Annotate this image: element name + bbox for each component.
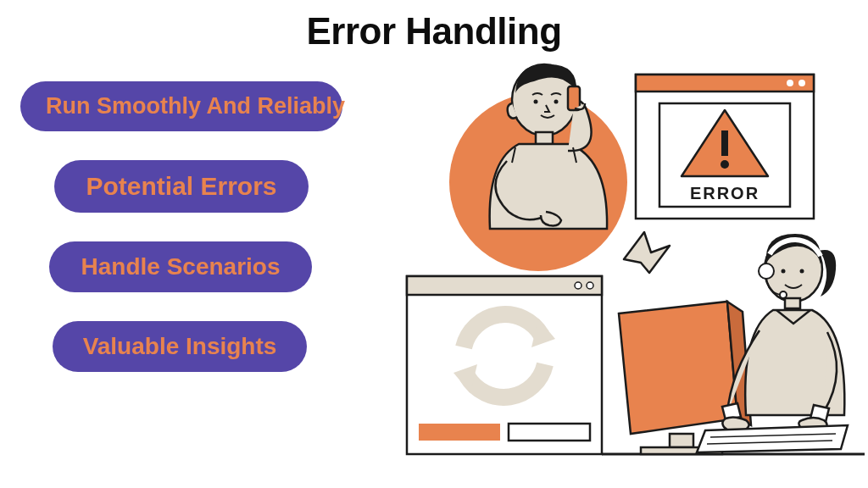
pill-potential-errors: Potential Errors [54,160,309,213]
keyboard-icon [697,425,848,452]
illustration: ERROR [390,59,865,474]
cursor-pointer-icon [624,232,670,273]
pill-run-smoothly: Run Smoothly And Reliably [20,81,342,131]
svg-rect-19 [670,434,693,447]
svg-point-15 [575,282,581,289]
pills-list: Run Smoothly And Reliably Potential Erro… [20,81,342,372]
svg-point-14 [587,282,593,289]
pill-valuable-insights: Valuable Insights [53,321,307,372]
svg-rect-13 [407,276,602,295]
error-window: ERROR [636,75,814,219]
svg-rect-26 [785,298,800,308]
svg-point-25 [800,269,804,274]
refresh-window [407,276,602,454]
pill-handle-scenarios: Handle Scenarios [49,241,312,292]
svg-rect-11 [568,86,580,110]
svg-point-24 [782,269,786,274]
svg-point-9 [554,100,559,104]
svg-point-6 [721,160,729,169]
svg-rect-16 [419,424,500,441]
person-support-agent [602,234,865,454]
svg-rect-10 [536,132,553,144]
page-title: Error Handling [0,10,868,53]
error-label: ERROR [690,184,760,202]
svg-point-22 [759,263,774,279]
svg-point-2 [798,80,805,86]
svg-point-8 [534,100,538,104]
svg-point-3 [787,80,793,86]
svg-rect-5 [721,130,728,156]
